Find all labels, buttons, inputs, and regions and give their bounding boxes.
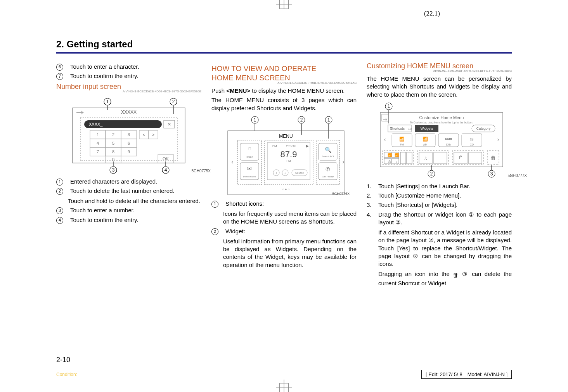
svg-text:Call History: Call History: [322, 175, 334, 178]
svg-text:OK: OK: [163, 156, 169, 161]
item-2-text: Touch to delete the last number entered.: [70, 187, 201, 195]
svg-text:>: >: [152, 132, 154, 137]
fig3-label: 5GH0777X: [508, 173, 527, 179]
svg-text:‹: ‹: [231, 158, 233, 165]
svg-text:Widgets: Widgets: [421, 127, 433, 130]
step-4-num: 4.: [367, 211, 374, 227]
svg-text:0: 0: [112, 157, 114, 162]
column-1: 6Touch to enter a character. 7Touch to c…: [56, 61, 201, 287]
svg-text:◎: ◎: [470, 137, 474, 141]
svg-text:1: 1: [388, 104, 390, 109]
step-2-text: Touch [Customize Home Menu].: [378, 192, 512, 199]
crop-mark-top: [279, 0, 289, 9]
svg-text:📶: 📶: [423, 136, 428, 142]
page-number: 2-10: [56, 356, 70, 364]
home-menu-figure: 1 2 1 MENU ⌂ Home ✉ Destinations 🔍 Searc…: [220, 115, 348, 197]
svg-text:📶: 📶: [395, 153, 399, 158]
svg-text:9: 9: [128, 149, 130, 154]
svg-text:FM: FM: [400, 143, 404, 146]
howto-title: HOW TO VIEW AND OPERATE: [211, 64, 357, 74]
svg-text:3: 3: [112, 167, 115, 173]
home-menu-desc: The HOME MENU consists of 3 pages which …: [211, 96, 357, 112]
c2-item-2-sub: Useful information from primary menu fun…: [223, 238, 357, 269]
step-2-num: 2.: [367, 192, 374, 199]
svg-text:CD: CD: [470, 143, 474, 146]
item-3-text: Touch to enter a number.: [70, 206, 201, 214]
svg-text:7: 7: [97, 149, 99, 154]
svg-text:↱: ↱: [458, 154, 463, 160]
bullet-6-text: Touch to enter a character.: [70, 63, 201, 71]
condition-label: Condition:: [56, 372, 77, 377]
svg-text:3: 3: [490, 171, 493, 177]
step-4-text: Drag the Shortcut or Widget icon ① to ea…: [378, 211, 512, 227]
svg-text:Category: Category: [476, 127, 491, 130]
svg-text:1: 1: [327, 117, 330, 123]
svg-text:FM: FM: [272, 144, 277, 148]
svg-text:📶: 📶: [399, 136, 405, 142]
svg-text:To Customize, drag items from : To Customize, drag items from the top to…: [410, 121, 473, 124]
svg-text:XXXX_: XXXX_: [89, 122, 103, 127]
customize-intro: The HOME MENU screen can be personalized…: [367, 75, 512, 99]
svg-text:Shortcuts: Shortcuts: [390, 127, 405, 130]
svg-text:AM: AM: [423, 143, 428, 146]
sheet-coords: (22,1): [424, 10, 440, 17]
svg-text:5: 5: [112, 141, 114, 146]
svg-text:1/2: 1/2: [408, 127, 412, 130]
svg-text:🔍: 🔍: [325, 147, 332, 153]
step-1-num: 1.: [367, 182, 374, 190]
step-3-num: 3.: [367, 201, 374, 209]
svg-rect-116: [452, 151, 483, 165]
c2-item-2: 2: [211, 228, 218, 235]
chapter-title: 2. Getting started: [56, 39, 512, 54]
column-3: Customizing HOME MENU screen AIVINJN1-68…: [367, 61, 512, 287]
svg-text:2: 2: [112, 132, 114, 137]
svg-text:🗑: 🗑: [490, 155, 496, 161]
svg-text:✕: ✕: [168, 122, 171, 127]
svg-text:📶: 📶: [388, 153, 392, 158]
c2-item-2-text: Widget:: [225, 227, 357, 235]
svg-text:◎: ◎: [388, 160, 391, 163]
svg-rect-122: [400, 152, 406, 164]
step-4-sub2: Dragging an icon into the 🗑 ③ can delete…: [378, 270, 512, 287]
svg-text:⌂: ⌂: [248, 145, 251, 151]
svg-text:Source: Source: [295, 172, 304, 174]
c2-item-1: 1: [211, 201, 218, 208]
svg-text:♫: ♫: [424, 155, 428, 161]
svg-text:<: <: [143, 132, 145, 137]
item-2-sub: Touch and hold to delete all the charact…: [68, 197, 201, 205]
svg-text:3: 3: [128, 132, 130, 137]
c2-item-1-sub: Icons for frequently used menu items can…: [223, 210, 357, 226]
svg-text:›: ›: [497, 136, 499, 142]
fig2-label: 5GH0776X: [332, 191, 350, 196]
item-4: 4: [56, 217, 63, 224]
crop-mark-bottom: [279, 383, 289, 392]
item-1-text: Entered characters are displayed.: [70, 178, 201, 186]
step-3-text: Touch [Shortcuts] or [Widgets].: [378, 201, 512, 209]
svg-text:Home: Home: [246, 156, 253, 158]
svg-text:‹: ‹: [384, 136, 386, 142]
svg-text:FM: FM: [286, 159, 291, 163]
svg-text:Preset①: Preset①: [286, 145, 296, 147]
item-2: 2: [56, 188, 63, 195]
svg-text:MENU: MENU: [279, 134, 293, 139]
number-input-figure: 1 2 XXXXX XXXX_ ✕ 123 456 789 0 <> OK 3 …: [69, 97, 189, 175]
svg-text:▶: ▶: [306, 144, 309, 148]
svg-text:›: ›: [284, 171, 286, 175]
svg-text:Destinations: Destinations: [243, 175, 256, 178]
svg-text:✆: ✆: [326, 166, 330, 172]
svg-text:1: 1: [97, 132, 99, 137]
svg-text:4: 4: [97, 141, 99, 146]
trash-icon: 🗑: [453, 271, 459, 279]
svg-text:1: 1: [254, 117, 256, 123]
svg-rect-89: [380, 113, 503, 167]
svg-text:2: 2: [172, 99, 175, 104]
svg-text:4: 4: [165, 167, 167, 173]
svg-text:SXM: SXM: [445, 143, 451, 146]
step-4-sub1: If a different Shortcut or a Widget is a…: [378, 229, 512, 268]
bullet-7-text: Touch to confirm the entry.: [70, 72, 201, 80]
svg-text:87.9: 87.9: [281, 149, 297, 159]
svg-text:8: 8: [112, 149, 114, 154]
svg-text:‹: ‹: [275, 171, 277, 175]
svg-text:6: 6: [128, 141, 130, 146]
svg-rect-123: [407, 152, 412, 164]
